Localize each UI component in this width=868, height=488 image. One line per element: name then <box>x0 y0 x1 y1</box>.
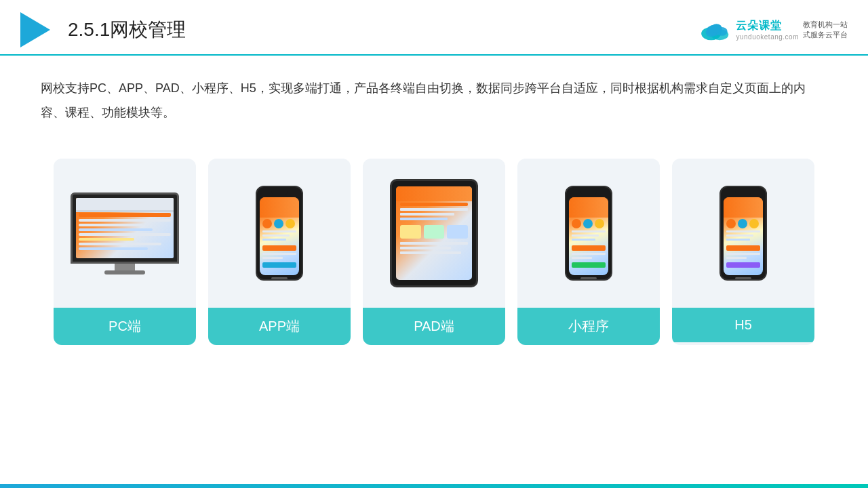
logo-triangle-icon <box>20 12 50 47</box>
h5-phone-home-indicator <box>735 277 751 279</box>
card-h5-label: H5 <box>672 308 814 342</box>
card-h5: H5 <box>672 159 814 345</box>
phone-notch <box>271 191 288 195</box>
miniapp-phone-mockup <box>565 186 612 281</box>
app-phone-mockup <box>256 186 303 281</box>
svg-point-5 <box>711 24 722 33</box>
miniapp-phone-screen <box>569 197 608 275</box>
card-miniapp-label: 小程序 <box>517 308 660 345</box>
pad-device-area <box>363 159 505 301</box>
card-app: APP端 <box>208 159 351 345</box>
section-number: 2.5.1 <box>68 19 110 40</box>
tablet-mockup <box>390 179 478 287</box>
page-header: 2.5.1网校管理 云朵课堂 yunduoketang.com 教育机构一站 式… <box>0 0 868 56</box>
card-pad-label: PAD端 <box>363 308 505 345</box>
header-left: 2.5.1网校管理 <box>20 12 186 47</box>
brand-logo: 云朵课堂 yunduoketang.com 教育机构一站 式服务云平台 <box>699 19 848 41</box>
cloud-icon <box>699 19 732 41</box>
h5-phone-notch <box>735 191 751 195</box>
miniapp-phone-notch <box>580 191 597 195</box>
card-pad: PAD端 <box>363 159 505 345</box>
brand-name-cn: 云朵课堂 <box>736 19 799 33</box>
page-title: 2.5.1网校管理 <box>68 17 186 43</box>
monitor-base <box>104 270 145 274</box>
monitor-screen-outer <box>71 192 179 264</box>
description-text: 网校支持PC、APP、PAD、小程序、H5，实现多端打通，产品各终端自由切换，数… <box>0 56 868 138</box>
card-miniapp: 小程序 <box>517 159 660 345</box>
app-device-area <box>208 159 351 301</box>
pc-device-area <box>54 159 196 301</box>
brand-name-en: yunduoketang.com <box>736 33 799 41</box>
card-pc-label: PC端 <box>54 308 196 345</box>
h5-device-area <box>672 159 814 301</box>
device-cards-container: PC端 <box>0 145 868 365</box>
monitor-stand <box>115 264 135 270</box>
phone-screen <box>260 197 299 275</box>
phone-home-indicator <box>271 277 288 279</box>
miniapp-device-area <box>517 159 660 301</box>
bottom-accent-bar <box>0 484 868 488</box>
brand-logo-icon: 云朵课堂 yunduoketang.com 教育机构一站 式服务云平台 <box>699 19 848 41</box>
h5-phone-screen <box>724 197 763 275</box>
h5-phone-mockup <box>719 186 767 281</box>
monitor-screen-inner <box>76 198 174 258</box>
tablet-screen <box>396 186 472 280</box>
brand-tagline: 教育机构一站 式服务云平台 <box>803 20 848 41</box>
title-text: 网校管理 <box>110 19 186 40</box>
miniapp-phone-home-indicator <box>580 277 597 279</box>
pc-monitor <box>71 192 179 274</box>
card-pc: PC端 <box>54 159 196 345</box>
card-app-label: APP端 <box>208 308 351 345</box>
